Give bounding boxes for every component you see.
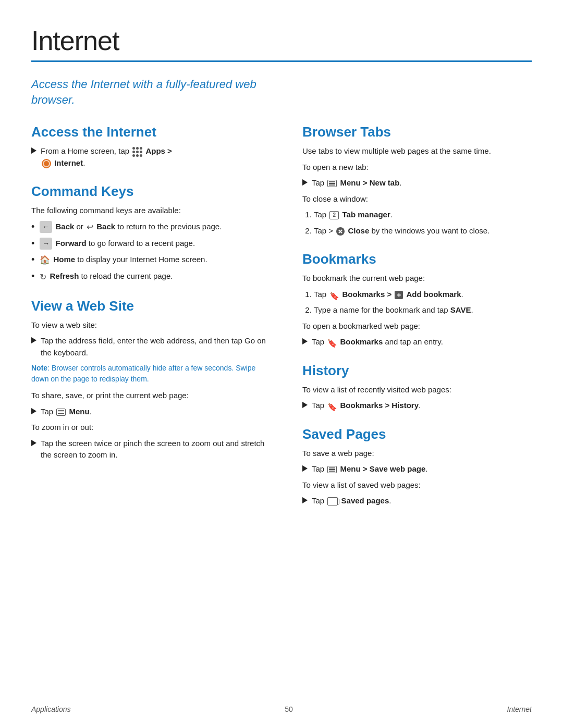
browser-tabs-intro: Use tabs to view multiple web pages at t… [302,145,532,157]
back-soft-icon: ↩ [87,221,93,233]
arrow-icon [302,465,308,472]
saved-pages-step1-text: Tap Menu > Save web page. [312,463,428,475]
footer-right: Internet [507,705,532,713]
view-web-site-note: Note: Browser controls automatically hid… [31,363,271,385]
command-key-back: • ← Back or ↩ Back to return to the prev… [31,221,271,233]
arrow-icon [302,338,308,344]
section-title-view-web-site: View a Web Site [31,298,271,314]
zoom-step: Tap the screen twice or pinch the screen… [31,438,271,461]
close-step2: Tap > Close by the windows you want to c… [314,225,532,237]
arrow-icon [31,408,36,414]
command-key-refresh-text: ↻ Refresh to reload the current page. [39,270,173,283]
bookmarks-icon: 🔖 [327,338,337,347]
left-column: Access the Internet From a Home screen, … [31,124,271,465]
command-keys-list: • ← Back or ↩ Back to return to the prev… [31,221,271,283]
menu-icon [327,180,337,187]
saved-pages-step1: Tap Menu > Save web page. [302,463,532,475]
saved-pages-icon [327,497,338,505]
footer: Applications 50 Internet [31,705,532,713]
command-key-forward: • → Forward to go forward to a recent pa… [31,238,271,250]
bookmark-step1: Tap 🔖 Bookmarks > + Add bookmark. [314,289,532,301]
menu-icon [56,409,66,416]
apps-grid-icon [132,147,142,157]
tab-manager-icon: 2 [329,211,339,219]
page-title: Internet [31,25,532,56]
section-title-command-keys: Command Keys [31,183,271,200]
open-tab-intro: To open a new tab: [302,162,532,174]
history-step: Tap 🔖 Bookmarks > History. [302,400,532,412]
section-title-saved-pages: Saved Pages [302,426,532,442]
menu-icon [327,466,337,473]
arrow-icon [31,440,36,446]
section-title-history: History [302,363,532,379]
footer-page-number: 50 [285,705,293,713]
section-title-access-internet: Access the Internet [31,124,271,140]
view-saved-intro: To view a list of saved web pages: [302,479,532,491]
title-divider [31,60,532,62]
intro-text: Access the Internet with a fully-feature… [31,77,261,107]
history-intro: To view a list of recently visited web p… [302,384,532,396]
home-icon: 🏠 [40,254,50,266]
bookmarks-list: Tap 🔖 Bookmarks > + Add bookmark. Type a… [302,289,532,316]
view-web-site-intro: To view a web site: [31,319,271,331]
zoom-intro: To zoom in or out: [31,422,271,434]
saved-pages-intro: To save a web page: [302,448,532,460]
close-icon [336,227,345,236]
note-label: Note [31,364,47,372]
apps-label: Apps > [145,146,172,155]
period: . [83,158,85,167]
saved-pages-step2: Tap Saved pages. [302,495,532,507]
footer-left: Applications [31,705,71,713]
bullet-symbol: • [31,221,34,233]
arrow-icon [31,337,36,343]
open-tab-text: Tap Menu > New tab. [312,177,401,189]
close-window-intro: To close a window: [302,193,532,205]
command-keys-intro: The following command keys are available… [31,205,271,217]
command-key-back-text: ← Back or ↩ Back to return to the previo… [39,221,222,233]
add-icon: + [395,291,403,299]
close-step1: Tap 2 Tab manager. [314,209,532,221]
share-step: Tap Menu. [31,406,271,418]
internet-label: Internet [54,158,83,167]
share-intro: To share, save, or print the current web… [31,390,271,402]
open-bookmark-intro: To open a bookmarked web page: [302,320,532,332]
command-key-home-text: 🏠 Home to display your Internet Home scr… [39,254,207,266]
open-bookmark-text: Tap 🔖 Bookmarks and tap an entry. [312,336,443,348]
access-internet-step: From a Home screen, tap Apps > Internet. [31,145,271,169]
view-web-site-step1-text: Tap the address field, enter the web add… [41,335,271,359]
access-internet-text: From a Home screen, tap Apps > Internet. [41,145,172,169]
note-text: : Browser controls automatically hide af… [31,364,255,383]
share-step-text: Tap Menu. [41,406,92,418]
bullet-symbol: • [31,238,34,250]
bookmarks-intro: To bookmark the current web page: [302,273,532,285]
close-window-list: Tap 2 Tab manager. Tap > Close by the wi… [302,209,532,237]
command-key-forward-text: → Forward to go forward to a recent page… [39,238,195,250]
internet-icon [42,159,51,168]
command-key-home: • 🏠 Home to display your Internet Home s… [31,254,271,266]
open-tab-step: Tap Menu > New tab. [302,177,532,189]
forward-icon: → [40,238,52,250]
bookmarks-icon: 🔖 [327,401,337,411]
command-key-refresh: • ↻ Refresh to reload the current page. [31,270,271,283]
zoom-step-text: Tap the screen twice or pinch the screen… [41,438,271,461]
history-step-text: Tap 🔖 Bookmarks > History. [312,400,421,412]
open-bookmark-step: Tap 🔖 Bookmarks and tap an entry. [302,336,532,348]
arrow-icon [302,179,308,186]
bookmarks-icon: 🔖 [329,290,339,300]
arrow-icon [31,147,36,154]
arrow-icon [302,402,308,408]
saved-pages-step2-text: Tap Saved pages. [312,495,391,507]
section-title-browser-tabs: Browser Tabs [302,124,532,140]
view-web-site-step1: Tap the address field, enter the web add… [31,335,271,359]
bullet-symbol: • [31,270,34,282]
right-column: Browser Tabs Use tabs to view multiple w… [302,124,532,511]
back-hw-icon: ← [40,221,52,233]
arrow-icon [302,497,308,503]
main-content: Access the Internet From a Home screen, … [31,124,532,511]
bookmark-step2: Type a name for the bookmark and tap SAV… [314,304,532,316]
bullet-symbol: • [31,254,34,266]
section-title-bookmarks: Bookmarks [302,251,532,267]
refresh-icon: ↻ [40,271,46,283]
